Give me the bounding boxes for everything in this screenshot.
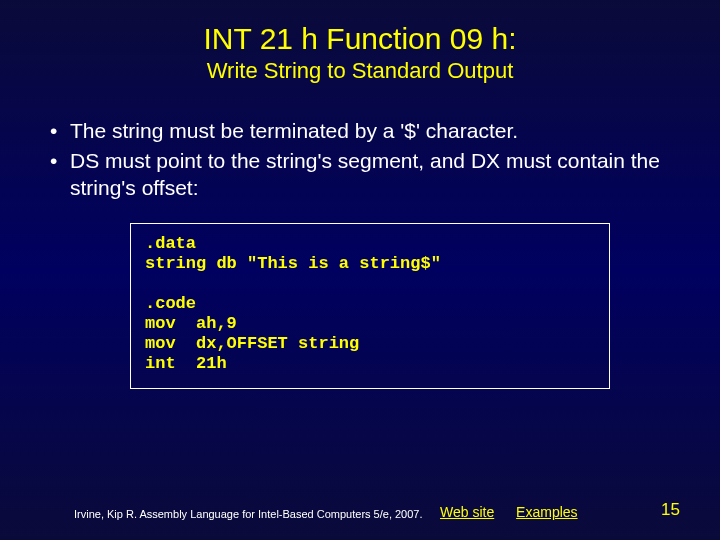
bullet-list: The string must be terminated by a '$' c… [0, 118, 720, 201]
website-link[interactable]: Web site [440, 504, 494, 520]
footer: Irvine, Kip R. Assembly Language for Int… [0, 494, 720, 520]
code-block: .data string db "This is a string$" .cod… [130, 223, 610, 389]
slide-subtitle: Write String to Standard Output [0, 58, 720, 84]
bullet-item: The string must be terminated by a '$' c… [70, 118, 660, 144]
page-number: 15 [661, 500, 680, 520]
slide-title: INT 21 h Function 09 h: [0, 0, 720, 56]
bullet-item: DS must point to the string's segment, a… [70, 148, 660, 201]
slide: INT 21 h Function 09 h: Write String to … [0, 0, 720, 540]
examples-link[interactable]: Examples [516, 504, 577, 520]
citation-text: Irvine, Kip R. Assembly Language for Int… [74, 508, 423, 520]
footer-links: Web site Examples [440, 504, 596, 520]
